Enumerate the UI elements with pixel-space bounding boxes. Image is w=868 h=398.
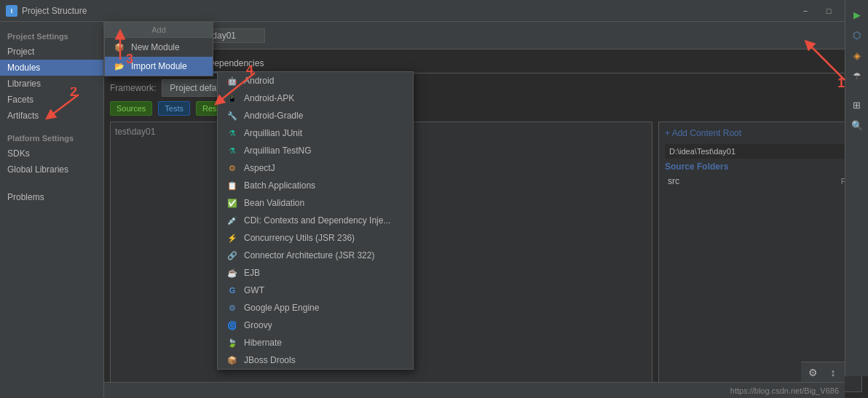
content-root-path: D:\idea\Test\day01	[669, 147, 735, 156]
app-icon: I	[6, 5, 17, 17]
google-app-engine-icon: ⚙	[226, 302, 238, 314]
search-button[interactable]: 🔍	[848, 116, 866, 134]
framework-item-cdi[interactable]: 💉 CDI: Contexts and Dependency Inje...	[218, 212, 413, 229]
hibernate-icon: 🍃	[226, 337, 238, 349]
maximize-button[interactable]: □	[818, 4, 839, 18]
framework-item-aspectj[interactable]: ⚙ AspectJ	[218, 159, 413, 177]
import-module-icon: 📂	[114, 60, 125, 72]
framework-dropdown: 🤖 Android 📱 Android-APK 🔧 Android-Gradle…	[217, 71, 414, 370]
jboss-drools-icon: 📦	[226, 354, 238, 366]
framework-item-bean-validation[interactable]: ✅ Bean Validation	[218, 194, 413, 212]
add-menu-title: Add	[105, 23, 213, 38]
connector-architecture-icon: 🔗	[226, 250, 238, 261]
sidebar-item-sdks[interactable]: SDKs	[0, 146, 103, 162]
gwt-icon: G	[226, 284, 238, 296]
main-layout: Project Settings Project Modules Librari…	[0, 22, 868, 398]
layout-button[interactable]: ⊞	[848, 96, 866, 114]
add-menu-import-module[interactable]: 📂 Import Module	[105, 57, 213, 76]
ejb-icon: ☕	[226, 267, 238, 279]
bottom-url: https://blog.csdn.net/Big_V686	[730, 386, 839, 395]
framework-item-jboss-drools[interactable]: 📦 JBoss Drools	[218, 351, 413, 369]
sidebar-item-project[interactable]: Project	[0, 44, 103, 60]
framework-item-batch-applications[interactable]: 📋 Batch Applications	[218, 177, 413, 194]
source-tab-sources[interactable]: Sources	[110, 101, 152, 116]
add-content-root-btn[interactable]: + Add Content Root	[665, 128, 856, 138]
framework-label: Framework:	[110, 83, 156, 93]
framework-item-connector-architecture[interactable]: 🔗 Connector Architecture (JSR 322)	[218, 247, 413, 264]
cdi-icon: 💉	[226, 215, 238, 226]
framework-item-android-apk[interactable]: 📱 Android-APK	[218, 89, 413, 107]
arquillian-testng-icon: ⚗	[226, 145, 238, 156]
module-toolbar: + − ⧉ Name:	[104, 22, 868, 49]
content-root-path-row: D:\idea\Test\day01 ✕	[665, 144, 856, 159]
bottom-bar: https://blog.csdn.net/Big_V686	[104, 382, 845, 398]
groovy-icon: 🌀	[226, 319, 238, 331]
run-button[interactable]: ▶	[848, 6, 866, 23]
profile-button[interactable]: ◈	[848, 47, 866, 64]
framework-item-ejb[interactable]: ☕ EJB	[218, 264, 413, 282]
arquillian-junit-icon: ⚗	[226, 127, 238, 139]
minimize-button[interactable]: −	[795, 4, 816, 18]
sidebar-item-libraries[interactable]: Libraries	[0, 76, 103, 92]
window-title: Project Structure	[22, 6, 795, 16]
framework-item-concurrency-utils[interactable]: ⚡ Concurrency Utils (JSR 236)	[218, 229, 413, 247]
add-menu-container: Add 📦 New Module 📂 Import Module	[104, 22, 213, 76]
framework-item-android-gradle[interactable]: 🔧 Android-Gradle	[218, 107, 413, 124]
src-label: src	[668, 176, 679, 186]
title-bar: I Project Structure − □ ✕	[0, 0, 868, 22]
new-module-icon: 📦	[114, 41, 125, 53]
debug-button[interactable]: ⬡	[848, 26, 866, 44]
src-row: src P✕	[665, 175, 856, 188]
framework-item-google-app-engine[interactable]: ⚙ Google App Engine	[218, 299, 413, 317]
module-name-input[interactable]	[207, 28, 265, 43]
sidebar-item-facets[interactable]: Facets	[0, 92, 103, 108]
module-path-text: test\day01	[115, 127, 155, 137]
settings-btn[interactable]: ⚙	[804, 364, 821, 381]
concurrency-utils-icon: ⚡	[226, 232, 238, 244]
sidebar-item-modules[interactable]: Modules	[0, 60, 103, 76]
framework-item-groovy[interactable]: 🌀 Groovy	[218, 317, 413, 334]
framework-item-arquillian-junit[interactable]: ⚗ Arquillian JUnit	[218, 124, 413, 142]
source-tab-tests[interactable]: Tests	[158, 101, 190, 116]
bottom-right-controls: ⚙ ↕	[801, 362, 845, 382]
android-icon: 🤖	[226, 75, 238, 87]
sidebar-item-problems[interactable]: Problems	[0, 189, 103, 205]
sidebar-item-global-libraries[interactable]: Global Libraries	[0, 162, 103, 178]
framework-item-gwt[interactable]: G GWT	[218, 282, 413, 299]
android-apk-icon: 📱	[226, 92, 238, 104]
batch-applications-icon: 📋	[226, 180, 238, 191]
sidebar-item-artifacts[interactable]: Artifacts	[0, 108, 103, 124]
content-root-panel: + Add Content Root D:\idea\Test\day01 ✕ …	[658, 122, 862, 392]
add-dropdown-menu: Add 📦 New Module 📂 Import Module 🤖 Andro…	[104, 22, 213, 76]
bean-validation-icon: ✅	[226, 197, 238, 209]
android-gradle-icon: 🔧	[226, 110, 238, 122]
sidebar: Project Settings Project Modules Librari…	[0, 22, 104, 398]
expand-btn[interactable]: ↕	[824, 364, 842, 381]
project-settings-heading: Project Settings	[0, 28, 103, 44]
add-menu-new-module[interactable]: 📦 New Module	[105, 38, 213, 57]
source-folders-label: Source Folders	[665, 162, 856, 172]
right-toolbar: ▶ ⬡ ◈ ☂ ⊞ 🔍	[845, 0, 868, 376]
platform-settings-heading: Platform Settings	[0, 130, 103, 146]
framework-item-android[interactable]: 🤖 Android	[218, 72, 413, 89]
coverage-button[interactable]: ☂	[848, 67, 866, 84]
aspectj-icon: ⚙	[226, 162, 238, 174]
framework-item-hibernate[interactable]: 🍃 Hibernate	[218, 334, 413, 351]
framework-item-arquillian-testng[interactable]: ⚗ Arquillian TestNG	[218, 142, 413, 159]
